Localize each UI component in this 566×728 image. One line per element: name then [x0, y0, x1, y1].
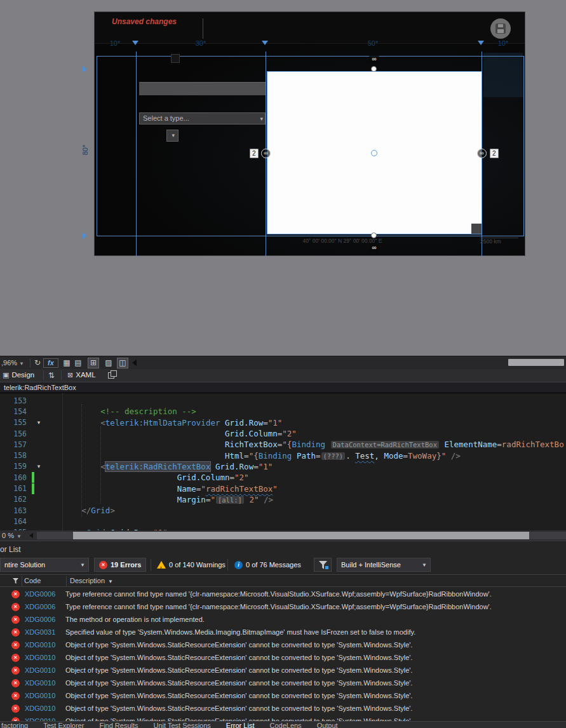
- error-row[interactable]: ×XDG0006Type reference cannot find type …: [0, 600, 566, 613]
- severity-filter-icon[interactable]: [13, 578, 18, 584]
- line-number[interactable]: 158: [0, 451, 32, 460]
- line-number[interactable]: 159: [0, 462, 32, 471]
- panel-tab-test-explorer[interactable]: Test Explorer: [43, 722, 84, 728]
- margin-badge-left[interactable]: 2: [250, 149, 259, 158]
- line-number[interactable]: 156: [0, 429, 32, 438]
- center-anchor-icon[interactable]: [371, 150, 377, 156]
- collapse-arrow-icon[interactable]: [132, 360, 137, 366]
- scope-filter-combobox[interactable]: ntire Solution▼: [0, 558, 89, 572]
- row-splitter-icon[interactable]: [83, 66, 87, 72]
- code-line[interactable]: 155▾ <telerik:HtmlDataProvider Grid.Row=…: [0, 417, 566, 428]
- grid-column-header[interactable]: 50*: [363, 39, 382, 47]
- line-number[interactable]: 157: [0, 440, 32, 449]
- breadcrumb[interactable]: telerik:RadRichTextBox: [0, 382, 566, 393]
- snap-to-grid-icon[interactable]: ⊞: [88, 358, 99, 368]
- source-filter-combobox[interactable]: Build + IntelliSense▼: [337, 558, 431, 572]
- error-row[interactable]: ×XDG0010Object of type 'System.Windows.S…: [0, 664, 566, 677]
- margin-anchor-bottom-icon[interactable]: ∞: [369, 244, 379, 252]
- designer-scrollbar[interactable]: [508, 359, 564, 366]
- type-combobox[interactable]: Select a type... ▾: [139, 112, 266, 125]
- error-row[interactable]: ×XDG0010Object of type 'System.Windows.S…: [0, 651, 566, 664]
- error-row[interactable]: ×XDG0006The method or operation is not i…: [0, 613, 566, 626]
- panel-tab-unit-test-sessions[interactable]: Unit Test Sessions: [154, 722, 211, 728]
- design-canvas[interactable]: Unsaved changes Select a type... ▾: [94, 11, 525, 256]
- code-line[interactable]: 159▾ <telerik:RadRichTextBox Grid.Row="1…: [0, 461, 566, 472]
- column-header-description[interactable]: Description▼: [70, 577, 113, 584]
- editor-zoom-combobox[interactable]: 0 %▼: [2, 532, 22, 539]
- column-splitter-icon[interactable]: [262, 41, 268, 45]
- error-row[interactable]: ×XDG0010Object of type 'System.Windows.S…: [0, 689, 566, 702]
- code-line[interactable]: 154 <!-- description -->: [0, 406, 566, 417]
- textbox-control[interactable]: [139, 82, 266, 95]
- column-splitter-icon[interactable]: [132, 41, 138, 45]
- margin-badge-right[interactable]: 2: [490, 149, 499, 158]
- code-line[interactable]: 163 </Grid>: [0, 505, 566, 516]
- line-number[interactable]: 160: [0, 473, 32, 482]
- code-line[interactable]: 156 Grid.Column="2": [0, 428, 566, 439]
- margin-anchor-top-icon[interactable]: ∞: [369, 55, 379, 64]
- line-number[interactable]: 155: [0, 418, 32, 427]
- snaplines-icon[interactable]: ◫: [117, 358, 128, 368]
- error-row[interactable]: ×XDG0010Object of type 'System.Windows.S…: [0, 638, 566, 651]
- code-line[interactable]: 157 RichTextBox="{Binding DataContext=Ra…: [0, 439, 566, 450]
- code-line[interactable]: 158 Html="{Binding Path=(???). Test, Mod…: [0, 450, 566, 461]
- filter-button[interactable]: [314, 558, 332, 572]
- chain-right-icon[interactable]: ∞: [477, 149, 487, 158]
- save-icon[interactable]: [490, 18, 511, 39]
- grid-column-header[interactable]: 10*: [494, 39, 513, 47]
- line-number[interactable]: 154: [0, 407, 32, 416]
- xaml-code-editor[interactable]: 153154 <!-- description -->155▾ <telerik…: [0, 393, 566, 530]
- swap-panes-icon[interactable]: ⇅: [48, 371, 55, 380]
- grid-frame-icon[interactable]: ▤: [72, 358, 84, 368]
- line-number[interactable]: 161: [0, 484, 32, 493]
- code-line[interactable]: 153: [0, 395, 566, 406]
- show-grid-icon[interactable]: ▦: [61, 358, 72, 368]
- fold-chevron-icon[interactable]: ▾: [34, 463, 43, 469]
- code-line[interactable]: 162 Margin="[all:] 2" />: [0, 494, 566, 505]
- errors-filter-button[interactable]: × 19 Errors: [94, 558, 146, 572]
- grid-column-header[interactable]: 30*: [191, 39, 210, 47]
- grid-row-line[interactable]: [97, 56, 524, 57]
- code-line[interactable]: 160 Grid.Column="2": [0, 472, 566, 483]
- error-icon: ×: [11, 628, 20, 637]
- resize-grip[interactable]: [471, 224, 482, 234]
- horizontal-scrollbar[interactable]: [37, 532, 566, 539]
- line-number[interactable]: 162: [0, 495, 32, 504]
- tab-xaml[interactable]: ⊠XAML: [67, 371, 96, 379]
- warnings-filter-button[interactable]: 0 of 140 Warnings: [152, 558, 230, 572]
- grid-shade-icon[interactable]: ▨: [103, 358, 114, 368]
- error-row[interactable]: ×XDG0010Object of type 'System.Windows.S…: [0, 677, 566, 689]
- panel-tab-factoring[interactable]: factoring: [1, 722, 28, 728]
- panel-tab-find-results[interactable]: Find Results: [99, 722, 138, 728]
- grid-column-line[interactable]: [136, 51, 137, 256]
- resize-handle-top[interactable]: [371, 66, 377, 72]
- scrollbar-thumb[interactable]: [73, 532, 529, 539]
- refresh-icon[interactable]: ↻: [32, 358, 43, 368]
- line-number[interactable]: 164: [0, 517, 32, 526]
- panel-tab-error-list[interactable]: Error List: [226, 722, 255, 728]
- scroll-left-icon[interactable]: [29, 533, 33, 538]
- panel-tab-output[interactable]: Output: [317, 722, 338, 728]
- panel-tab-codelens[interactable]: CodeLens: [269, 722, 301, 728]
- error-row[interactable]: ×XDG0010Object of type 'System.Windows.S…: [0, 702, 566, 715]
- column-header-code[interactable]: Code: [24, 577, 41, 584]
- grid-row-header[interactable]: 80*: [81, 145, 89, 156]
- grid-row-line[interactable]: [97, 236, 524, 236]
- tab-design[interactable]: ▣Design: [3, 371, 34, 379]
- line-number[interactable]: 153: [0, 396, 32, 405]
- effects-toggle-button[interactable]: fx: [43, 358, 58, 368]
- error-row[interactable]: ×XDG0006Type reference cannot find type …: [0, 588, 566, 600]
- code-line[interactable]: 164: [0, 516, 566, 527]
- fold-chevron-icon[interactable]: ▾: [34, 419, 43, 426]
- line-number[interactable]: 163: [0, 506, 32, 515]
- column-splitter-icon[interactable]: [478, 41, 484, 45]
- dropdown-button[interactable]: ▾: [166, 130, 179, 142]
- code-line[interactable]: 161 Name="radRichTextBox": [0, 483, 566, 494]
- grid-column-header[interactable]: 10*: [105, 39, 125, 47]
- row-splitter-icon[interactable]: [83, 233, 87, 239]
- zoom-combobox[interactable]: ,96%▼: [1, 359, 24, 367]
- popout-icon[interactable]: [108, 372, 114, 379]
- error-row[interactable]: ×XDG0031Specified value of type 'System.…: [0, 626, 566, 638]
- chain-left-icon[interactable]: ∞: [261, 149, 271, 158]
- messages-filter-button[interactable]: i 0 of 76 Messages: [230, 558, 306, 572]
